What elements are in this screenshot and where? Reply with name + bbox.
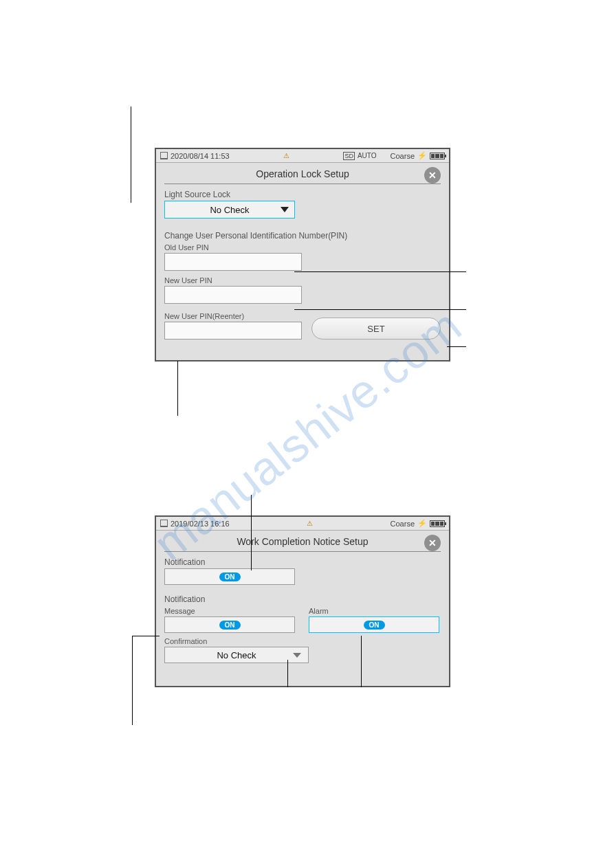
- callout-line: [294, 309, 466, 310]
- battery-icon: [430, 520, 445, 527]
- old-pin-input[interactable]: [164, 253, 302, 271]
- chevron-down-icon: [293, 653, 301, 658]
- sd-icon: SD: [343, 152, 355, 160]
- confirmation-label: Confirmation: [164, 637, 441, 645]
- mode-label: Coarse: [391, 152, 415, 160]
- work-completion-screen: 2019/02/13 16:16 ⚠ Coarse ⚡ Work Complet…: [155, 515, 450, 687]
- new-pin-reenter-label: New User PIN(Reenter): [164, 312, 302, 320]
- set-button-label: SET: [367, 324, 384, 334]
- charge-icon: ⚡: [417, 519, 427, 528]
- change-pin-label: Change User Personal Identification Numb…: [164, 231, 441, 241]
- alarm-label: Alarm: [309, 607, 441, 615]
- divider: [164, 183, 441, 184]
- alarm-value: ON: [364, 621, 385, 630]
- light-source-lock-value: No Check: [210, 205, 249, 215]
- new-pin-input[interactable]: [164, 286, 302, 304]
- status-datetime: 2019/02/13 16:16: [171, 520, 230, 528]
- notification-label: Notification: [164, 557, 441, 567]
- mode-label: Coarse: [391, 520, 415, 528]
- callout-line: [131, 107, 131, 203]
- status-bar: 2019/02/13 16:16 ⚠ Coarse ⚡: [156, 517, 449, 531]
- callout-line: [361, 636, 362, 687]
- document-icon: [160, 152, 168, 159]
- old-pin-label: Old User PIN: [164, 243, 441, 252]
- message-value: ON: [219, 621, 241, 630]
- callout-line: [132, 636, 160, 636]
- message-label: Message: [164, 607, 296, 615]
- close-button[interactable]: ✕: [424, 167, 441, 183]
- callout-line: [447, 346, 466, 347]
- battery-icon: [430, 153, 445, 159]
- callout-line: [287, 660, 288, 687]
- warning-icon: ⚠: [307, 520, 313, 527]
- warning-icon: ⚠: [283, 152, 289, 159]
- close-button[interactable]: ✕: [424, 535, 441, 551]
- alarm-toggle[interactable]: ON: [309, 616, 439, 633]
- new-pin-reenter-input[interactable]: [164, 322, 302, 340]
- operation-lock-screen: 2020/08/14 11:53 ⚠ SD AUTO Coarse ⚡ Oper…: [155, 148, 450, 361]
- light-source-lock-select[interactable]: No Check: [164, 201, 295, 219]
- notification-toggle[interactable]: ON: [164, 568, 295, 585]
- notification-value: ON: [219, 572, 241, 581]
- panel-title: Work Completion Notice Setup: [237, 536, 368, 547]
- document-icon: [160, 520, 168, 527]
- status-datetime: 2020/08/14 11:53: [171, 152, 230, 160]
- set-button[interactable]: SET: [311, 318, 441, 340]
- confirmation-value: No Check: [217, 650, 256, 660]
- message-toggle[interactable]: ON: [164, 616, 295, 633]
- notification-section-label: Notification: [164, 594, 441, 604]
- callout-line: [177, 361, 178, 416]
- new-pin-label: New User PIN: [164, 276, 441, 285]
- divider: [164, 551, 441, 552]
- auto-label: AUTO: [358, 152, 377, 159]
- callout-line: [294, 271, 466, 272]
- callout-line: [132, 636, 133, 725]
- callout-line: [251, 495, 252, 570]
- status-bar: 2020/08/14 11:53 ⚠ SD AUTO Coarse ⚡: [156, 149, 449, 163]
- panel-title: Operation Lock Setup: [256, 168, 349, 179]
- charge-icon: ⚡: [417, 151, 427, 160]
- chevron-down-icon: [281, 207, 289, 212]
- light-source-lock-label: Light Source Lock: [164, 190, 441, 199]
